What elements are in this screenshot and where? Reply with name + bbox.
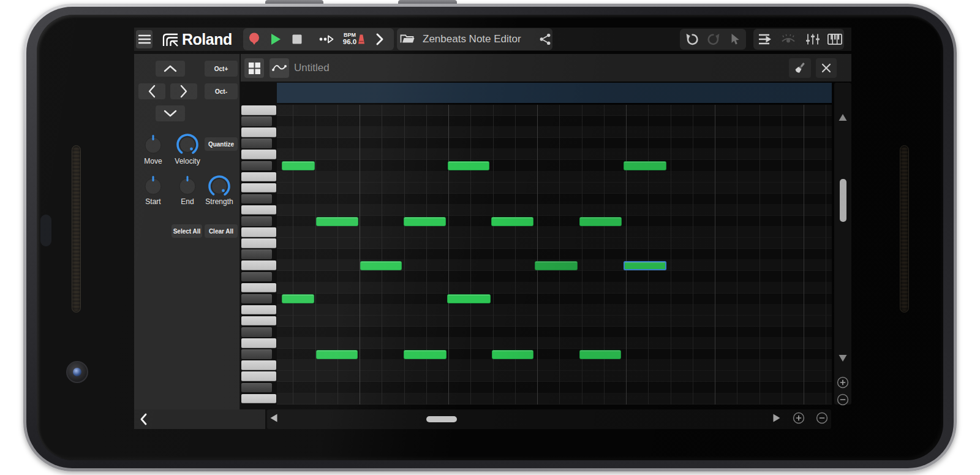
grid-view-button[interactable] — [244, 58, 264, 78]
zoom-out-vertical-button[interactable] — [837, 393, 849, 408]
scroll-left-button[interactable] — [270, 414, 278, 425]
midi-note[interactable] — [447, 294, 491, 303]
follow-playhead-button[interactable] — [758, 33, 774, 45]
strength-knob[interactable] — [208, 175, 231, 200]
piano-key-white[interactable] — [241, 360, 276, 370]
octave-down-button[interactable]: Oct- — [205, 83, 238, 99]
octave-up-button[interactable]: Oct+ — [205, 61, 238, 77]
nudge-down-button[interactable] — [156, 105, 185, 121]
midi-note[interactable] — [316, 350, 358, 359]
zoom-out-horizontal-button[interactable] — [816, 412, 828, 427]
piano-key-white[interactable] — [241, 127, 276, 137]
select-all-button[interactable]: Select All — [172, 224, 202, 238]
keyboard-button[interactable] — [827, 34, 842, 45]
piano-key-black[interactable] — [241, 139, 272, 148]
scroll-up-button[interactable] — [839, 113, 848, 124]
close-editor-button[interactable] — [816, 58, 837, 78]
piano-key-black[interactable] — [241, 216, 272, 226]
timeline-ruler[interactable] — [277, 83, 832, 104]
visibility-button[interactable] — [780, 34, 796, 45]
midi-note[interactable] — [579, 350, 621, 359]
scroll-right-button[interactable] — [773, 414, 781, 425]
midi-note[interactable] — [282, 161, 315, 170]
midi-note[interactable] — [282, 294, 314, 303]
nudge-right-button[interactable] — [170, 83, 197, 99]
piano-key-white[interactable] — [241, 150, 276, 159]
piano-key-black[interactable] — [241, 294, 272, 304]
piano-key-black[interactable] — [241, 327, 272, 337]
midi-note[interactable] — [624, 161, 666, 170]
piano-key-white[interactable] — [241, 205, 276, 215]
clip-name[interactable]: Untitled — [294, 54, 330, 82]
share-button[interactable] — [540, 33, 551, 45]
piano-key-black[interactable] — [241, 349, 272, 359]
note-grid[interactable] — [277, 105, 832, 405]
scroll-down-button[interactable] — [839, 354, 848, 365]
midi-note[interactable] — [535, 261, 578, 270]
midi-note[interactable] — [360, 261, 402, 270]
piano-key-white[interactable] — [241, 316, 276, 326]
redo-button[interactable] — [707, 33, 720, 45]
piano-key-white[interactable] — [241, 172, 276, 182]
play-button[interactable] — [270, 33, 281, 45]
song-title[interactable]: Zenbeats Note Editor — [423, 28, 521, 50]
midi-note-selected[interactable] — [624, 261, 666, 270]
record-button[interactable] — [249, 32, 260, 46]
menu-button[interactable] — [136, 30, 153, 48]
transport-expand-button[interactable] — [375, 32, 384, 46]
metronome-button[interactable] — [358, 34, 365, 44]
nudge-up-button[interactable] — [156, 61, 185, 77]
piano-keys-column — [241, 105, 277, 405]
midi-note[interactable] — [448, 161, 489, 170]
piano-key-white[interactable] — [241, 371, 276, 381]
end-knob[interactable] — [177, 175, 198, 199]
piano-key-black[interactable] — [241, 194, 272, 204]
select-tool-button[interactable] — [729, 33, 741, 45]
velocity-knob[interactable] — [176, 133, 199, 159]
stop-button[interactable] — [292, 34, 302, 44]
step-advance-button[interactable] — [319, 35, 334, 44]
piano-key-white[interactable] — [241, 305, 276, 315]
piano-key-black[interactable] — [241, 249, 272, 259]
nudge-left-button[interactable] — [138, 83, 165, 99]
zoom-in-vertical-button[interactable] — [837, 376, 849, 391]
midi-note[interactable] — [404, 217, 446, 226]
move-knob[interactable] — [143, 134, 164, 158]
automation-button[interactable] — [270, 58, 289, 78]
start-knob[interactable] — [143, 175, 164, 199]
zoom-in-horizontal-button[interactable] — [793, 412, 805, 427]
mixer-button[interactable] — [805, 33, 820, 45]
piano-key-white[interactable] — [241, 227, 276, 237]
piano-key-white[interactable] — [241, 260, 276, 270]
piano-key-white[interactable] — [241, 283, 276, 293]
clear-all-button[interactable]: Clear All — [205, 224, 238, 238]
collapse-panel-button[interactable] — [139, 412, 148, 426]
midi-note[interactable] — [579, 217, 622, 226]
midi-note[interactable] — [492, 350, 533, 359]
piano-key-white[interactable] — [241, 238, 276, 248]
piano-key-black[interactable] — [241, 116, 272, 126]
beat-line — [537, 105, 538, 405]
open-file-button[interactable] — [400, 34, 415, 45]
bpm-display[interactable]: BPM 96.0 — [343, 32, 356, 46]
quantize-button[interactable]: Quantize — [205, 137, 238, 151]
piano-key-white[interactable] — [241, 394, 276, 404]
piano-key-black[interactable] — [241, 272, 272, 282]
vertical-scroll-thumb[interactable] — [840, 179, 846, 222]
grid-line — [293, 105, 293, 405]
draw-tool-button[interactable] — [789, 58, 811, 78]
grid-line — [559, 105, 560, 405]
piano-key-white[interactable] — [241, 183, 276, 193]
piano-key-black[interactable] — [241, 161, 272, 171]
chevron-left-icon — [139, 412, 148, 426]
grid-line — [515, 105, 516, 405]
piano-key-black[interactable] — [241, 383, 272, 393]
undo-button[interactable] — [685, 33, 699, 45]
piano-key-white[interactable] — [241, 105, 276, 115]
midi-note[interactable] — [316, 217, 358, 226]
midi-note[interactable] — [491, 217, 533, 226]
midi-note[interactable] — [404, 350, 447, 359]
horizontal-scroll-thumb[interactable] — [426, 416, 457, 422]
piano-key-white[interactable] — [241, 338, 276, 348]
close-icon — [821, 63, 831, 73]
